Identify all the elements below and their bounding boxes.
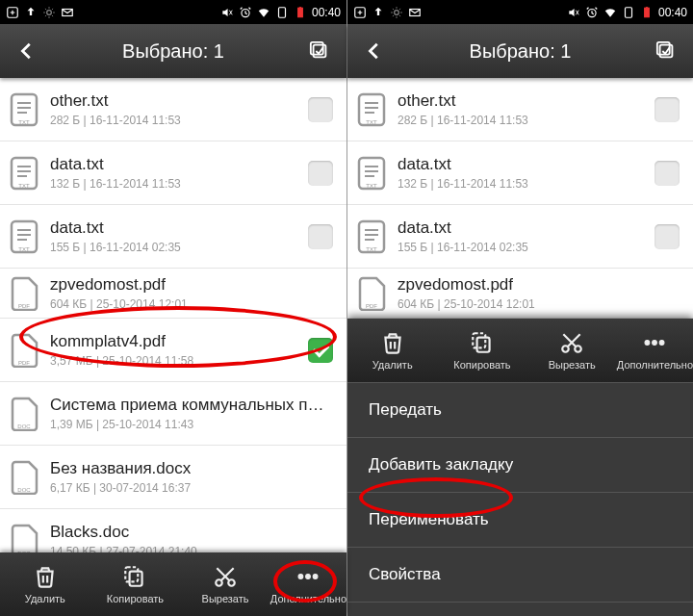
wifi-icon	[603, 6, 617, 19]
svg-rect-21	[126, 567, 139, 581]
bottom-toolbar: Удалить Копировать Вырезать Дополнительн…	[0, 552, 346, 616]
scissors-icon	[213, 564, 238, 589]
more-menu: Удалить Копировать Вырезать Дополнительн…	[347, 319, 693, 616]
cut-button[interactable]: Вырезать	[180, 552, 270, 616]
sun-icon	[42, 6, 56, 19]
delete-label: Удалить	[372, 359, 413, 371]
svg-point-47	[645, 341, 650, 346]
delete-button[interactable]: Удалить	[0, 552, 90, 616]
file-row-selected[interactable]: PDF kommplatv4.pdf 3,57 МБ | 25-10-2014 …	[0, 319, 346, 382]
svg-rect-31	[625, 7, 631, 17]
file-name: other.txt	[398, 91, 654, 111]
file-row[interactable]: TXT other.txt 282 Б | 16-11-2014 11:53	[347, 78, 693, 141]
select-all-button[interactable]	[300, 32, 339, 70]
plus-icon	[353, 6, 367, 19]
doc-file-icon: DOC	[10, 524, 38, 553]
pdf-file-icon: PDF	[10, 333, 38, 368]
svg-rect-4	[278, 7, 285, 17]
svg-text:TXT: TXT	[18, 246, 30, 252]
menu-bookmark[interactable]: Добавить закладку	[347, 437, 693, 492]
txt-file-icon: TXT	[10, 92, 38, 127]
file-row[interactable]: TXT data.txt 132 Б | 16-11-2014 11:53	[347, 141, 693, 205]
wifi-icon	[257, 6, 270, 19]
status-bar: 00:40	[347, 0, 693, 24]
cut-label: Вырезать	[549, 359, 596, 371]
select-checkbox[interactable]	[308, 224, 333, 249]
page-title: Выбрано: 1	[46, 40, 300, 63]
file-row[interactable]: DOC Без названия.docx 6,17 КБ | 30-07-20…	[0, 446, 346, 509]
file-meta: 604 КБ | 25-10-2014 12:01	[50, 297, 333, 311]
file-name: data.txt	[50, 155, 308, 174]
more-button[interactable]: Дополнительно	[617, 319, 693, 382]
mute-icon	[567, 6, 580, 19]
trash-icon	[380, 330, 405, 355]
app-bar: Выбрано: 1	[347, 24, 693, 78]
txt-file-icon: TXT	[10, 156, 38, 191]
file-name: kommplatv4.pdf	[50, 332, 308, 351]
svg-point-24	[298, 575, 303, 579]
file-info: other.txt 282 Б | 16-11-2014 11:53	[398, 91, 654, 127]
file-row[interactable]: TXT other.txt 282 Б | 16-11-2014 11:53	[0, 78, 346, 141]
menu-properties[interactable]: Свойства	[347, 547, 693, 602]
file-name: other.txt	[50, 91, 308, 111]
delete-button[interactable]: Удалить	[347, 319, 437, 382]
svg-point-26	[314, 575, 319, 579]
back-button[interactable]	[8, 32, 46, 70]
file-row[interactable]: DOC Blacks.doc 14,50 КБ | 27-07-2014 21:…	[0, 509, 346, 552]
select-all-button[interactable]	[647, 32, 685, 70]
cut-button[interactable]: Вырезать	[527, 319, 617, 382]
file-info: zpvedomost.pdf 604 КБ | 25-10-2014 12:01	[398, 275, 680, 311]
status-time: 00:40	[658, 6, 687, 19]
svg-text:TXT: TXT	[18, 119, 30, 125]
mail-icon	[61, 6, 74, 19]
sun-icon	[390, 6, 403, 19]
file-list[interactable]: TXT other.txt 282 Б | 16-11-2014 11:53 T…	[347, 78, 693, 616]
select-checkbox[interactable]	[654, 161, 680, 186]
svg-text:TXT: TXT	[18, 183, 30, 189]
file-info: Система приема коммунальных платежей 1,3…	[50, 396, 333, 431]
file-row[interactable]: TXT data.txt 155 Б | 16-11-2014 02:35	[347, 205, 693, 269]
svg-text:PDF: PDF	[18, 360, 30, 366]
select-checkbox[interactable]	[308, 97, 333, 122]
file-info: other.txt 282 Б | 16-11-2014 11:53	[50, 91, 308, 127]
status-right: 00:40	[220, 6, 341, 19]
status-left	[353, 6, 422, 19]
menu-share[interactable]: Передать	[347, 382, 693, 437]
alarm-icon	[585, 6, 599, 19]
select-checkbox[interactable]	[654, 97, 680, 122]
dots-horizontal-icon	[295, 564, 321, 589]
copy-button[interactable]: Копировать	[437, 319, 526, 382]
copy-label: Копировать	[107, 593, 164, 604]
file-row[interactable]: DOC Система приема коммунальных платежей…	[0, 382, 346, 446]
menu-rename[interactable]: Переименовать	[347, 492, 693, 547]
more-button[interactable]: Дополнительно	[270, 552, 346, 616]
file-name: Без названия.docx	[50, 459, 333, 478]
svg-rect-20	[130, 572, 142, 586]
menu-zip[interactable]: Zip	[347, 602, 693, 616]
select-checkbox-checked[interactable]	[308, 338, 333, 363]
svg-point-48	[653, 341, 657, 346]
svg-text:PDF: PDF	[366, 303, 377, 309]
svg-rect-44	[473, 333, 485, 347]
file-row[interactable]: PDF zpvedomost.pdf 604 КБ | 25-10-2014 1…	[347, 269, 693, 319]
popup-toolbar: Удалить Копировать Вырезать Дополнительн…	[347, 319, 693, 382]
copy-button[interactable]: Копировать	[90, 552, 181, 616]
back-button[interactable]	[355, 32, 394, 70]
svg-text:TXT: TXT	[366, 119, 377, 125]
select-checkbox[interactable]	[308, 161, 333, 186]
plus-icon	[6, 6, 19, 19]
file-meta: 282 Б | 16-11-2014 11:53	[50, 114, 308, 127]
copy-label: Копировать	[453, 359, 510, 371]
file-list[interactable]: TXT other.txt 282 Б | 16-11-2014 11:53 T…	[0, 78, 346, 552]
alarm-icon	[239, 6, 252, 19]
doc-file-icon: DOC	[10, 397, 38, 431]
file-row[interactable]: TXT data.txt 132 Б | 16-11-2014 11:53	[0, 141, 346, 205]
file-row[interactable]: TXT data.txt 155 Б | 16-11-2014 02:35	[0, 205, 346, 269]
upload-icon	[24, 6, 38, 19]
file-meta: 132 Б | 16-11-2014 11:53	[50, 177, 308, 191]
svg-point-28	[395, 10, 399, 14]
select-checkbox[interactable]	[654, 224, 680, 249]
file-row[interactable]: PDF zpvedomost.pdf 604 КБ | 25-10-2014 1…	[0, 269, 346, 319]
doc-file-icon: DOC	[10, 460, 38, 495]
upload-icon	[372, 6, 385, 19]
